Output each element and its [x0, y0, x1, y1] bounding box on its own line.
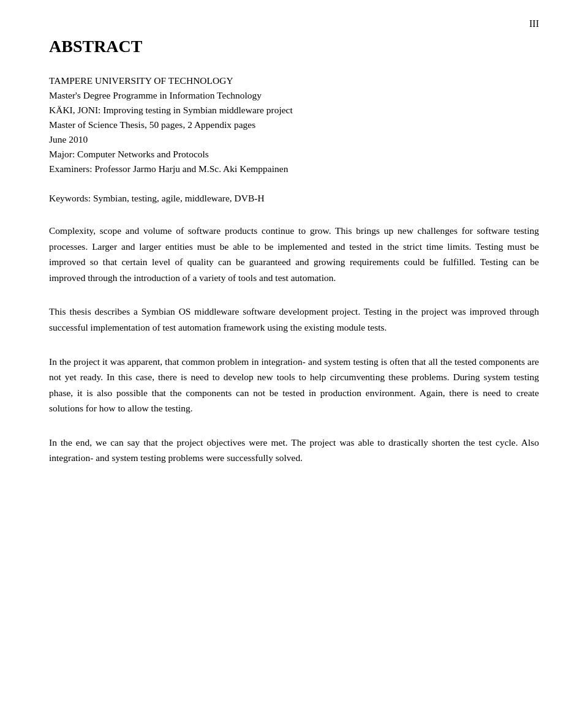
author-title-line: KÄKI, JONI: Improving testing in Symbian…: [49, 103, 539, 118]
university-line: TAMPERE UNIVERSITY OF TECHNOLOGY: [49, 73, 539, 88]
examiners-line: Examiners: Professor Jarmo Harju and M.S…: [49, 162, 539, 176]
thesis-info-line: Master of Science Thesis, 50 pages, 2 Ap…: [49, 118, 539, 132]
keywords-line: Keywords: Symbian, testing, agile, middl…: [49, 191, 539, 206]
paragraph-4: In the end, we can say that the project …: [49, 435, 539, 466]
major-line: Major: Computer Networks and Protocols: [49, 147, 539, 162]
abstract-title: ABSTRACT: [49, 37, 539, 56]
paragraph-1: Complexity, scope and volume of software…: [49, 223, 539, 285]
paragraph-2: This thesis describes a Symbian OS middl…: [49, 304, 539, 335]
date-line: June 2010: [49, 132, 539, 147]
paragraph-3: In the project it was apparent, that com…: [49, 354, 539, 416]
page: III ABSTRACT TAMPERE UNIVERSITY OF TECHN…: [0, 0, 588, 720]
degree-line: Master's Degree Programme in Information…: [49, 88, 539, 103]
header-info: TAMPERE UNIVERSITY OF TECHNOLOGY Master'…: [49, 73, 539, 176]
page-number: III: [529, 18, 539, 29]
